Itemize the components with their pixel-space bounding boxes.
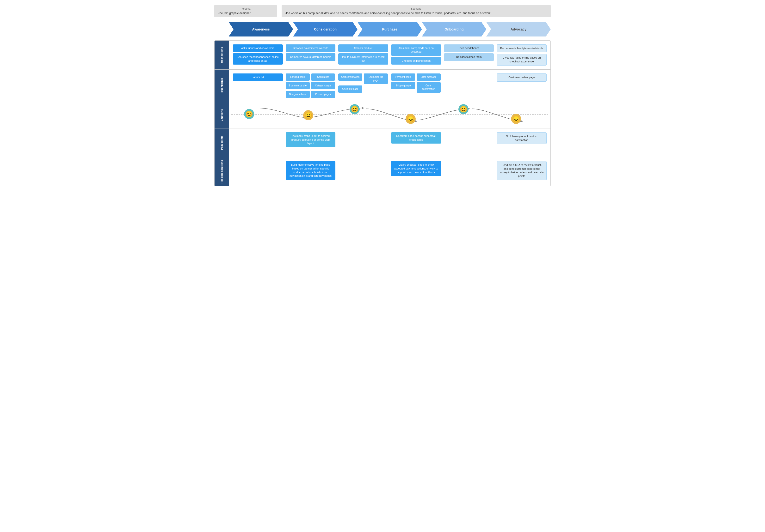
user-actions-row: User actions Asks friends and co-workers… [215,41,550,70]
card-item: Recommends headphones to friends [497,44,547,52]
possible-solutions-label: Possible solutions [215,157,229,186]
col-5: No follow-up about product satisfaction [495,131,548,154]
card-item: Search bar [311,74,335,81]
card-item: Landing page [286,74,310,81]
possible-solutions-content: Build more effective landing page based … [229,157,550,186]
card-item: Error message [416,74,441,81]
pain-points-row: Pain points Too many steps to get to des… [215,129,550,157]
touchpoints-content: Banner adLanding pageSearch barE-commerc… [229,70,550,102]
stage-onboarding: Onboarding [422,22,486,37]
card-item: Decides to keep them [444,53,494,61]
col-5: Recommends headphones to friendsGives lo… [495,43,548,67]
card-item: Category page [311,82,335,89]
stage-purchase: Purchase [358,22,422,37]
touchpoints-label: Touchpoints [215,70,229,102]
emotions-row: Emotions [215,102,550,129]
col-4 [442,160,495,184]
card-item: Cart confirmation [338,74,362,81]
col-0: Banner ad [231,72,284,100]
col-5: Send out a CTA to review product, and se… [495,160,548,184]
emoji-sad-5: 😞 [511,114,521,124]
emotion-face-5: 😞 [511,114,521,124]
scenario-value: Joe works on his computer all day, and h… [286,12,547,15]
emotion-face-0: 😊 [244,109,254,119]
possible-solutions-row: Possible solutions Build more effective … [215,157,550,186]
stage-awareness: Awareness [229,22,293,37]
pain-points-label: Pain points [215,129,229,157]
touchpoints-row: Touchpoints Banner adLanding pageSearch … [215,70,550,102]
card-item: Compares several different models [286,53,336,61]
col-2: Cart confirmationLogin/sign-up pageCheck… [337,72,390,100]
stages-row: Awareness Consideration Purchase Onboard… [214,22,551,37]
card-item: Browses e-commerce website [286,44,336,52]
card-item: Checkout page [338,86,362,93]
col-0 [231,131,284,154]
emoji-neutral-1: 😐 [303,110,313,120]
col-4 [442,131,495,154]
card-item: Tries headphones [444,44,494,52]
card-item: Too many steps to get to desired product… [286,132,336,147]
col-0 [231,160,284,184]
col-4: Tries headphonesDecides to keep them [442,43,495,67]
col-1: Too many steps to get to desired product… [284,131,337,154]
user-actions-content: Asks friends and co-workersSearches "bes… [229,41,550,69]
card-item: Searches "best headphones" online and cl… [233,53,283,65]
card-item: Payment page [391,74,415,81]
card-item: Asks friends and co-workers [233,44,283,52]
emoji-happy-0: 😊 [244,109,254,119]
col-3: Uses debit card; credit card not accepte… [390,43,442,67]
scenario-box: Scenario Joe works on his computer all d… [282,5,551,17]
col-2 [337,131,390,154]
card-item: Selects product [338,44,388,52]
scenario-label: Scenario [286,7,547,10]
card-item: Chooses shipping option [391,57,441,65]
card-item: Inputs payment information to check out [338,53,388,65]
card-item: Checkout page doesn't support all credit… [391,132,441,143]
card-item: Clarify checkout page to show accepted p… [391,161,441,176]
card-item: Build more effective landing page based … [286,161,336,180]
card-item: Product pages [311,91,335,98]
emoji-sad-3: 😞 [405,114,416,124]
emotion-face-2: 😊 [350,104,360,114]
col-3: Clarify checkout page to show accepted p… [390,160,442,184]
card-item: Gives low rating online based on checkou… [497,54,547,66]
stage-consideration: Consideration [293,22,358,37]
col-0: Asks friends and co-workersSearches "bes… [231,43,284,67]
card-item: Navigation links [286,91,310,98]
col-2 [337,160,390,184]
persona-box: Persona Joe, 32, graphic designer [214,5,277,17]
emoji-happy-4: 😊 [458,104,468,114]
col-5: Customer review page [495,72,548,100]
card-item: Order confirmation [416,82,441,93]
col-1: Browses e-commerce websiteCompares sever… [284,43,337,67]
page-wrapper: Persona Joe, 32, graphic designer Scenar… [214,5,551,186]
card-item: No follow-up about product satisfaction [497,132,547,144]
col-2: Selects productInputs payment informatio… [337,43,390,67]
col-1: Landing pageSearch barE-commerce siteCat… [284,72,337,100]
persona-value: Joe, 32, graphic designer [218,12,273,15]
pain-points-content: Too many steps to get to desired product… [229,129,550,157]
card-item: Uses debit card; credit card not accepte… [391,44,441,56]
emoji-happy-2: 😊 [350,104,360,114]
card-item: Customer review page [497,74,547,81]
emotion-baseline [231,114,548,115]
emotion-face-1: 😐 [303,110,313,120]
top-info: Persona Joe, 32, graphic designer Scenar… [214,5,551,17]
user-actions-label: User actions [215,41,229,69]
emotion-face-3: 😞 [405,114,416,124]
col-3: Checkout page doesn't support all credit… [390,131,442,154]
emotions-content: 😊 😐 😊 😞 😊 😞 [229,102,550,128]
journey-table: User actions Asks friends and co-workers… [214,40,551,186]
col-4 [442,72,495,100]
emotions-label: Emotions [215,102,229,128]
card-item: E-commerce site [286,82,310,89]
card-item: Banner ad [233,74,283,81]
card-item: Send out a CTA to review product, and se… [497,161,547,180]
card-item: Login/sign-up page [364,74,388,84]
emotion-face-4: 😊 [458,104,468,114]
col-1: Build more effective landing page based … [284,160,337,184]
persona-label: Persona [218,7,273,10]
stage-advocacy: Advocacy [486,22,551,37]
card-item: Shipping page [391,82,415,89]
col-3: Payment pageError messageShipping pageOr… [390,72,442,100]
